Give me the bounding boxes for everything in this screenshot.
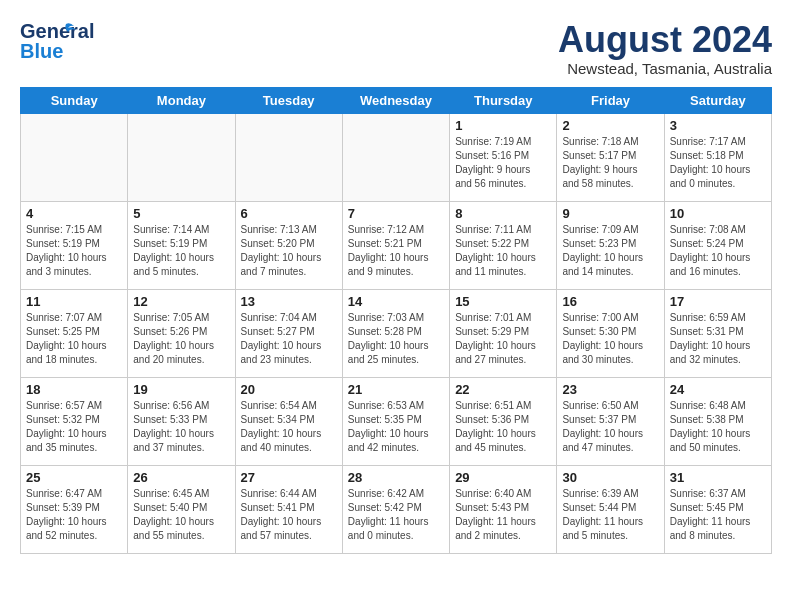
calendar-day-cell: 6Sunrise: 7:13 AM Sunset: 5:20 PM Daylig… — [235, 201, 342, 289]
day-number: 4 — [26, 206, 122, 221]
day-info: Sunrise: 6:54 AM Sunset: 5:34 PM Dayligh… — [241, 399, 337, 455]
day-number: 20 — [241, 382, 337, 397]
day-number: 13 — [241, 294, 337, 309]
calendar-day-cell: 24Sunrise: 6:48 AM Sunset: 5:38 PM Dayli… — [664, 377, 771, 465]
calendar-week-row: 4Sunrise: 7:15 AM Sunset: 5:19 PM Daylig… — [21, 201, 772, 289]
calendar-day-cell: 11Sunrise: 7:07 AM Sunset: 5:25 PM Dayli… — [21, 289, 128, 377]
day-number: 16 — [562, 294, 658, 309]
weekday-header: Tuesday — [235, 87, 342, 113]
day-number: 31 — [670, 470, 766, 485]
calendar-day-cell — [235, 113, 342, 201]
logo-blue: Blue — [20, 40, 63, 63]
day-info: Sunrise: 6:47 AM Sunset: 5:39 PM Dayligh… — [26, 487, 122, 543]
day-number: 3 — [670, 118, 766, 133]
day-info: Sunrise: 7:15 AM Sunset: 5:19 PM Dayligh… — [26, 223, 122, 279]
day-info: Sunrise: 6:51 AM Sunset: 5:36 PM Dayligh… — [455, 399, 551, 455]
day-number: 5 — [133, 206, 229, 221]
day-info: Sunrise: 6:48 AM Sunset: 5:38 PM Dayligh… — [670, 399, 766, 455]
day-number: 7 — [348, 206, 444, 221]
calendar-day-cell: 8Sunrise: 7:11 AM Sunset: 5:22 PM Daylig… — [450, 201, 557, 289]
calendar-day-cell: 4Sunrise: 7:15 AM Sunset: 5:19 PM Daylig… — [21, 201, 128, 289]
calendar-day-cell: 17Sunrise: 6:59 AM Sunset: 5:31 PM Dayli… — [664, 289, 771, 377]
day-number: 25 — [26, 470, 122, 485]
calendar-day-cell: 9Sunrise: 7:09 AM Sunset: 5:23 PM Daylig… — [557, 201, 664, 289]
weekday-header: Wednesday — [342, 87, 449, 113]
day-number: 6 — [241, 206, 337, 221]
calendar-day-cell: 16Sunrise: 7:00 AM Sunset: 5:30 PM Dayli… — [557, 289, 664, 377]
weekday-header: Thursday — [450, 87, 557, 113]
day-number: 10 — [670, 206, 766, 221]
day-info: Sunrise: 7:12 AM Sunset: 5:21 PM Dayligh… — [348, 223, 444, 279]
calendar-day-cell: 5Sunrise: 7:14 AM Sunset: 5:19 PM Daylig… — [128, 201, 235, 289]
day-number: 26 — [133, 470, 229, 485]
title-area: August 2024 Newstead, Tasmania, Australi… — [558, 20, 772, 77]
day-number: 8 — [455, 206, 551, 221]
month-title: August 2024 — [558, 20, 772, 60]
day-number: 14 — [348, 294, 444, 309]
day-info: Sunrise: 6:57 AM Sunset: 5:32 PM Dayligh… — [26, 399, 122, 455]
calendar-day-cell — [128, 113, 235, 201]
day-info: Sunrise: 7:07 AM Sunset: 5:25 PM Dayligh… — [26, 311, 122, 367]
day-number: 22 — [455, 382, 551, 397]
calendar-day-cell: 22Sunrise: 6:51 AM Sunset: 5:36 PM Dayli… — [450, 377, 557, 465]
day-info: Sunrise: 7:09 AM Sunset: 5:23 PM Dayligh… — [562, 223, 658, 279]
calendar-day-cell: 14Sunrise: 7:03 AM Sunset: 5:28 PM Dayli… — [342, 289, 449, 377]
day-info: Sunrise: 7:19 AM Sunset: 5:16 PM Dayligh… — [455, 135, 551, 191]
day-info: Sunrise: 7:00 AM Sunset: 5:30 PM Dayligh… — [562, 311, 658, 367]
weekday-header: Saturday — [664, 87, 771, 113]
weekday-header-row: SundayMondayTuesdayWednesdayThursdayFrid… — [21, 87, 772, 113]
day-number: 28 — [348, 470, 444, 485]
day-info: Sunrise: 7:01 AM Sunset: 5:29 PM Dayligh… — [455, 311, 551, 367]
day-info: Sunrise: 6:40 AM Sunset: 5:43 PM Dayligh… — [455, 487, 551, 543]
day-info: Sunrise: 7:04 AM Sunset: 5:27 PM Dayligh… — [241, 311, 337, 367]
calendar-day-cell: 13Sunrise: 7:04 AM Sunset: 5:27 PM Dayli… — [235, 289, 342, 377]
calendar-week-row: 1Sunrise: 7:19 AM Sunset: 5:16 PM Daylig… — [21, 113, 772, 201]
day-info: Sunrise: 7:13 AM Sunset: 5:20 PM Dayligh… — [241, 223, 337, 279]
page-header: General Blue August 2024 Newstead, Tasma… — [20, 20, 772, 77]
day-number: 12 — [133, 294, 229, 309]
day-number: 1 — [455, 118, 551, 133]
day-info: Sunrise: 6:56 AM Sunset: 5:33 PM Dayligh… — [133, 399, 229, 455]
day-number: 30 — [562, 470, 658, 485]
calendar-day-cell: 30Sunrise: 6:39 AM Sunset: 5:44 PM Dayli… — [557, 465, 664, 553]
day-number: 24 — [670, 382, 766, 397]
day-number: 9 — [562, 206, 658, 221]
logo-bird-icon — [56, 22, 78, 40]
calendar-day-cell — [342, 113, 449, 201]
day-number: 21 — [348, 382, 444, 397]
day-info: Sunrise: 6:42 AM Sunset: 5:42 PM Dayligh… — [348, 487, 444, 543]
day-info: Sunrise: 7:14 AM Sunset: 5:19 PM Dayligh… — [133, 223, 229, 279]
calendar-day-cell: 29Sunrise: 6:40 AM Sunset: 5:43 PM Dayli… — [450, 465, 557, 553]
day-number: 27 — [241, 470, 337, 485]
calendar-day-cell: 3Sunrise: 7:17 AM Sunset: 5:18 PM Daylig… — [664, 113, 771, 201]
weekday-header: Friday — [557, 87, 664, 113]
calendar-day-cell: 15Sunrise: 7:01 AM Sunset: 5:29 PM Dayli… — [450, 289, 557, 377]
calendar-day-cell: 25Sunrise: 6:47 AM Sunset: 5:39 PM Dayli… — [21, 465, 128, 553]
calendar-day-cell: 1Sunrise: 7:19 AM Sunset: 5:16 PM Daylig… — [450, 113, 557, 201]
logo: General Blue — [20, 20, 70, 62]
calendar-day-cell: 2Sunrise: 7:18 AM Sunset: 5:17 PM Daylig… — [557, 113, 664, 201]
calendar-week-row: 25Sunrise: 6:47 AM Sunset: 5:39 PM Dayli… — [21, 465, 772, 553]
day-info: Sunrise: 6:50 AM Sunset: 5:37 PM Dayligh… — [562, 399, 658, 455]
day-info: Sunrise: 6:53 AM Sunset: 5:35 PM Dayligh… — [348, 399, 444, 455]
day-number: 17 — [670, 294, 766, 309]
day-number: 18 — [26, 382, 122, 397]
day-info: Sunrise: 6:37 AM Sunset: 5:45 PM Dayligh… — [670, 487, 766, 543]
calendar-day-cell: 18Sunrise: 6:57 AM Sunset: 5:32 PM Dayli… — [21, 377, 128, 465]
calendar-day-cell: 21Sunrise: 6:53 AM Sunset: 5:35 PM Dayli… — [342, 377, 449, 465]
calendar-day-cell: 31Sunrise: 6:37 AM Sunset: 5:45 PM Dayli… — [664, 465, 771, 553]
weekday-header: Sunday — [21, 87, 128, 113]
day-number: 29 — [455, 470, 551, 485]
calendar-day-cell: 23Sunrise: 6:50 AM Sunset: 5:37 PM Dayli… — [557, 377, 664, 465]
day-number: 23 — [562, 382, 658, 397]
weekday-header: Monday — [128, 87, 235, 113]
day-info: Sunrise: 7:17 AM Sunset: 5:18 PM Dayligh… — [670, 135, 766, 191]
day-number: 2 — [562, 118, 658, 133]
day-info: Sunrise: 7:05 AM Sunset: 5:26 PM Dayligh… — [133, 311, 229, 367]
day-info: Sunrise: 6:59 AM Sunset: 5:31 PM Dayligh… — [670, 311, 766, 367]
day-number: 15 — [455, 294, 551, 309]
calendar-day-cell — [21, 113, 128, 201]
day-info: Sunrise: 7:03 AM Sunset: 5:28 PM Dayligh… — [348, 311, 444, 367]
calendar-day-cell: 20Sunrise: 6:54 AM Sunset: 5:34 PM Dayli… — [235, 377, 342, 465]
calendar-week-row: 18Sunrise: 6:57 AM Sunset: 5:32 PM Dayli… — [21, 377, 772, 465]
